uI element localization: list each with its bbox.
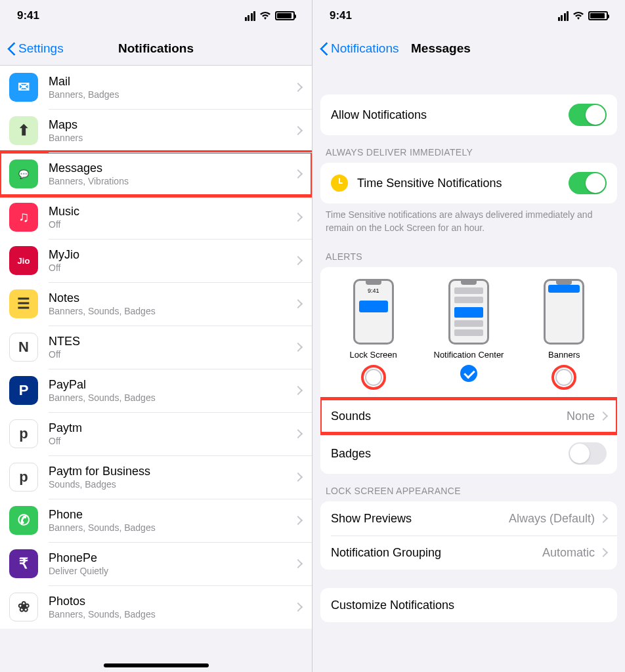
app-text: NotesBanners, Sounds, Badges — [49, 291, 295, 316]
app-icon: ♫ — [9, 203, 38, 232]
grouping-label: Notification Grouping — [331, 546, 542, 560]
chevron-right-icon — [293, 256, 303, 265]
alert-notification-center[interactable]: Notification Center — [429, 279, 508, 390]
lsa-card: Show Previews Always (Default) Notificat… — [320, 501, 617, 570]
app-icon: ❀ — [9, 593, 38, 621]
app-row-phone[interactable]: ✆PhoneBanners, Sounds, Badges — [0, 499, 312, 542]
chevron-right-icon — [293, 213, 303, 222]
chevron-right-icon — [293, 559, 303, 568]
chevron-right-icon — [293, 343, 303, 352]
app-icon: ☰ — [9, 289, 38, 318]
app-name: Paytm for Business — [49, 465, 295, 478]
app-icon: ✉ — [9, 73, 38, 102]
allow-toggle[interactable] — [569, 104, 607, 126]
app-icon: ₹ — [9, 549, 38, 578]
app-row-mail[interactable]: ✉MailBanners, Badges — [0, 66, 312, 109]
allow-notifications-row[interactable]: Allow Notifications — [320, 94, 617, 135]
app-sub: Banners, Vibrations — [49, 176, 295, 186]
chevron-right-icon — [293, 83, 303, 92]
alert-styles-row: 9:41 Lock Screen Notification Center — [320, 267, 617, 399]
show-previews-row[interactable]: Show Previews Always (Default) — [320, 501, 617, 536]
app-name: Notes — [49, 291, 295, 305]
app-row-phonepe[interactable]: ₹PhonePeDeliver Quietly — [0, 542, 312, 585]
app-row-paytm[interactable]: pPaytmOff — [0, 412, 312, 455]
app-row-ntes[interactable]: NNTESOff — [0, 326, 312, 369]
app-row-myjio[interactable]: JioMyJioOff — [0, 239, 312, 282]
app-row-music[interactable]: ♫MusicOff — [0, 196, 312, 239]
back-button[interactable]: Settings — [8, 41, 64, 56]
time-sensitive-toggle[interactable] — [569, 172, 607, 194]
deliver-header: ALWAYS DELIVER IMMEDIATELY — [312, 135, 625, 163]
app-name: Music — [49, 205, 295, 219]
notification-center-preview-icon — [448, 279, 489, 345]
app-text: PhonePeDeliver Quietly — [49, 551, 295, 576]
app-name: PhonePe — [49, 551, 295, 565]
app-icon: 💬 — [9, 159, 38, 188]
time-sensitive-row[interactable]: Time Sensitive Notifications — [320, 163, 617, 203]
chevron-left-icon — [320, 41, 330, 56]
app-row-photos[interactable]: ❀PhotosBanners, Sounds, Badges — [0, 585, 312, 629]
customize-row[interactable]: Customize Notifications — [320, 588, 617, 622]
left-panel: 9:41 Settings Notifications ✉MailBanners… — [0, 0, 312, 672]
app-name: Paytm — [49, 421, 295, 435]
notification-grouping-row[interactable]: Notification Grouping Automatic — [320, 536, 617, 570]
highlight-circle — [551, 365, 576, 390]
app-name: MyJio — [49, 248, 295, 262]
back-button[interactable]: Notifications — [320, 41, 399, 56]
status-time: 9:41 — [330, 9, 352, 22]
app-icon: N — [9, 333, 38, 362]
status-icons — [245, 11, 295, 21]
chevron-right-icon — [293, 429, 303, 438]
alert-banners[interactable]: Banners — [525, 279, 603, 390]
app-text: MailBanners, Badges — [49, 75, 295, 100]
alerts-card: 9:41 Lock Screen Notification Center — [320, 267, 617, 474]
lock-screen-radio[interactable] — [365, 369, 382, 386]
lock-screen-preview-icon: 9:41 — [353, 279, 394, 345]
lsa-header: LOCK SCREEN APPEARANCE — [312, 474, 625, 501]
app-text: MusicOff — [49, 205, 295, 230]
app-row-maps[interactable]: ⬆MapsBanners — [0, 109, 312, 152]
app-list: ✉MailBanners, Badges⬆MapsBanners💬Message… — [0, 66, 312, 629]
app-row-notes[interactable]: ☰NotesBanners, Sounds, Badges — [0, 282, 312, 326]
sounds-label: Sounds — [331, 410, 567, 423]
app-text: NTESOff — [49, 335, 295, 360]
app-sub: Off — [49, 349, 295, 360]
app-row-paypal[interactable]: PPayPalBanners, Sounds, Badges — [0, 369, 312, 412]
app-text: PaytmOff — [49, 421, 295, 446]
alert-lock-screen[interactable]: 9:41 Lock Screen — [334, 279, 413, 390]
chevron-right-icon — [599, 548, 608, 557]
app-name: NTES — [49, 335, 295, 348]
app-sub: Banners, Sounds, Badges — [49, 522, 295, 533]
app-sub: Banners, Sounds, Badges — [49, 609, 295, 620]
badges-label: Badges — [331, 447, 569, 461]
time-sensitive-label: Time Sensitive Notifications — [357, 177, 569, 190]
app-icon: Jio — [9, 246, 38, 275]
app-text: PhoneBanners, Sounds, Badges — [49, 508, 295, 533]
allow-label: Allow Notifications — [331, 108, 569, 122]
right-panel: 9:41 Notifications Messages Allow Notifi… — [312, 0, 625, 672]
sounds-row[interactable]: Sounds None — [320, 399, 617, 433]
lock-screen-label: Lock Screen — [350, 350, 397, 360]
banners-radio[interactable] — [555, 369, 572, 386]
battery-icon — [275, 11, 295, 20]
app-text: Paytm for BusinessSounds, Badges — [49, 465, 295, 490]
app-row-paytm-for-business[interactable]: pPaytm for BusinessSounds, Badges — [0, 455, 312, 499]
chevron-right-icon — [599, 411, 608, 421]
chevron-left-icon — [8, 41, 17, 56]
badges-row[interactable]: Badges — [320, 433, 617, 474]
show-previews-label: Show Previews — [331, 512, 509, 526]
app-sub: Off — [49, 436, 295, 446]
app-text: MessagesBanners, Vibrations — [49, 161, 295, 186]
app-row-messages[interactable]: 💬MessagesBanners, Vibrations — [0, 152, 312, 196]
status-bar: 9:41 — [312, 0, 625, 32]
status-time: 9:41 — [17, 9, 39, 22]
app-sub: Banners, Badges — [49, 89, 295, 100]
nav-bar: Settings Notifications — [0, 32, 312, 66]
notification-center-radio[interactable] — [460, 365, 477, 382]
show-previews-value: Always (Default) — [509, 512, 595, 526]
chevron-right-icon — [293, 472, 303, 482]
chevron-right-icon — [293, 299, 303, 308]
app-text: MapsBanners — [49, 118, 295, 143]
badges-toggle[interactable] — [569, 442, 607, 465]
app-text: MyJioOff — [49, 248, 295, 273]
